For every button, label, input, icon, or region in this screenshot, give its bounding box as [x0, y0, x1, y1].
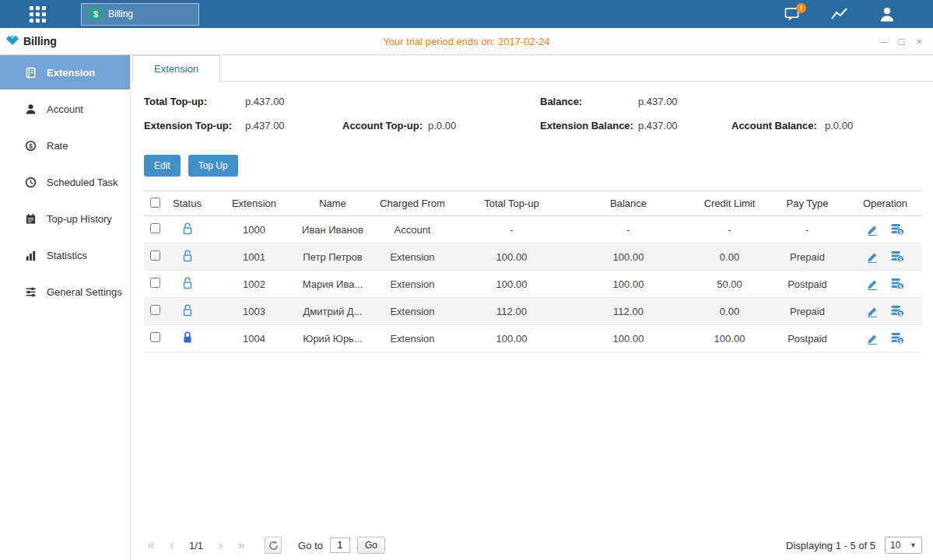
- edit-icon[interactable]: [867, 251, 879, 263]
- apps-grid-icon[interactable]: [30, 6, 46, 23]
- bar-chart-icon: [23, 250, 37, 261]
- cell-total-topup: 100.00: [459, 243, 564, 271]
- sidebar-item-label: General Settings: [47, 286, 122, 298]
- action-buttons: Edit Top Up: [144, 155, 933, 177]
- status-lock-icon[interactable]: [182, 277, 193, 289]
- billing-topup-icon[interactable]: $: [891, 332, 904, 345]
- edit-icon[interactable]: [867, 224, 879, 236]
- refresh-button[interactable]: [265, 537, 282, 554]
- sidebar-item-account[interactable]: Account: [0, 92, 130, 126]
- row-checkbox[interactable]: [150, 250, 160, 261]
- account-topup-value: p.0.00: [428, 120, 456, 131]
- table-header-row: Status Extension Name Charged From Total…: [144, 191, 922, 216]
- app-title: Billing: [23, 35, 57, 47]
- user-account-icon[interactable]: [879, 6, 896, 22]
- extension-table: Status Extension Name Charged From Total…: [144, 191, 922, 352]
- topbar: $ Billing !: [0, 0, 933, 28]
- status-lock-icon[interactable]: [182, 331, 193, 344]
- last-page-button[interactable]: »: [234, 538, 248, 552]
- maximize-button[interactable]: □: [899, 37, 905, 47]
- total-topup-value: p.437.00: [245, 96, 285, 107]
- account-balance-value: p.0.00: [825, 120, 853, 131]
- svg-text:$: $: [29, 142, 33, 149]
- edit-icon[interactable]: [867, 333, 879, 345]
- displaying-text: Displaying 1 - 5 of 5: [786, 540, 875, 551]
- page-size-select[interactable]: 10 ▼: [885, 537, 922, 554]
- topbar-tab-billing[interactable]: $ Billing: [81, 3, 199, 26]
- cell-pay-type: Postpaid: [766, 271, 848, 298]
- reports-chart-icon[interactable]: [830, 7, 849, 21]
- cell-total-topup: 100.00: [459, 271, 564, 298]
- billing-topup-icon[interactable]: $: [891, 250, 904, 263]
- cell-extension: 1002: [209, 271, 300, 298]
- account-balance-label: Account Balance:: [731, 120, 817, 131]
- close-button[interactable]: ×: [916, 37, 922, 47]
- cell-total-topup: 100.00: [459, 325, 564, 352]
- go-button[interactable]: Go: [357, 537, 385, 554]
- cell-balance: 100.00: [564, 325, 693, 352]
- main-content: Extension Total Top-up: p.437.00 Balance…: [131, 55, 933, 560]
- cell-name: Петр Петров: [300, 243, 366, 271]
- balance-value: p.437.00: [638, 96, 678, 107]
- first-page-button[interactable]: «: [144, 538, 158, 552]
- edit-icon[interactable]: [867, 306, 879, 317]
- tabs-row: Extension: [131, 55, 933, 82]
- edit-button[interactable]: Edit: [144, 155, 181, 177]
- cell-pay-type: Prepaid: [766, 298, 848, 325]
- sidebar-item-label: Statistics: [47, 250, 87, 261]
- cell-pay-type: -: [766, 216, 848, 243]
- billing-topup-icon[interactable]: $: [891, 223, 904, 236]
- table-row[interactable]: 1001Петр ПетровExtension100.00100.000.00…: [144, 243, 922, 271]
- tab-extension[interactable]: Extension: [132, 55, 220, 82]
- sidebar-item-scheduled-task[interactable]: Scheduled Task: [0, 165, 130, 199]
- sidebar-item-topup-history[interactable]: Top-up History: [0, 201, 130, 236]
- cell-name: Мария Ива...: [300, 271, 366, 298]
- row-checkbox[interactable]: [150, 278, 160, 288]
- edit-icon[interactable]: [867, 278, 879, 290]
- cell-name: Дмитрий Д...: [300, 298, 366, 325]
- table-row[interactable]: 1002Мария Ива...Extension100.00100.0050.…: [144, 271, 922, 298]
- topbar-tab-label: Billing: [108, 9, 133, 19]
- prev-page-button[interactable]: ‹: [165, 538, 179, 552]
- select-all-checkbox[interactable]: [150, 198, 160, 208]
- row-checkbox[interactable]: [150, 223, 160, 233]
- sidebar-item-label: Rate: [47, 140, 68, 152]
- titlebar: Billing Your trial period ends on: 2017-…: [0, 28, 933, 55]
- sidebar-item-rate[interactable]: $ Rate: [0, 128, 130, 163]
- column-header: Extension: [209, 191, 300, 216]
- sidebar-item-extension[interactable]: Extension: [0, 55, 130, 89]
- svg-text:$: $: [899, 229, 902, 236]
- goto-label: Go to: [298, 540, 323, 551]
- clock-icon: [23, 177, 37, 188]
- billing-topup-icon[interactable]: $: [891, 278, 904, 290]
- status-lock-icon[interactable]: [182, 222, 193, 235]
- status-lock-icon[interactable]: [182, 250, 193, 262]
- row-checkbox[interactable]: [150, 305, 160, 315]
- status-lock-icon[interactable]: [182, 304, 193, 317]
- next-page-button[interactable]: ›: [213, 538, 227, 552]
- dollar-icon: $: [89, 8, 102, 20]
- billing-logo-icon: [6, 35, 19, 48]
- goto-page-input[interactable]: [330, 537, 350, 553]
- sidebar-item-general-settings[interactable]: General Settings: [0, 275, 130, 309]
- cell-balance: 100.00: [564, 271, 693, 298]
- table-row[interactable]: 1003Дмитрий Д...Extension112.00112.000.0…: [144, 298, 922, 325]
- row-checkbox[interactable]: [150, 332, 160, 342]
- cell-extension: 1003: [209, 298, 300, 325]
- table-row[interactable]: 1004Юрий Юрь...Extension100.00100.00100.…: [144, 325, 922, 352]
- cell-balance: 100.00: [564, 243, 693, 271]
- cell-charged-from: Extension: [366, 271, 459, 298]
- billing-topup-icon[interactable]: $: [891, 305, 904, 317]
- cell-pay-type: Postpaid: [766, 325, 848, 352]
- table-row[interactable]: 1000Иван ИвановAccount----$: [144, 216, 922, 243]
- page-size-value: 10: [890, 540, 900, 551]
- minimize-button[interactable]: –: [881, 37, 886, 47]
- cell-credit-limit: -: [693, 216, 766, 243]
- notifications-icon[interactable]: !: [784, 7, 801, 22]
- cell-charged-from: Account: [366, 216, 459, 243]
- svg-text:$: $: [899, 257, 902, 263]
- account-icon: [23, 103, 37, 115]
- column-header: Name: [300, 191, 366, 216]
- sidebar-item-statistics[interactable]: Statistics: [0, 238, 130, 272]
- topup-button[interactable]: Top Up: [188, 155, 238, 177]
